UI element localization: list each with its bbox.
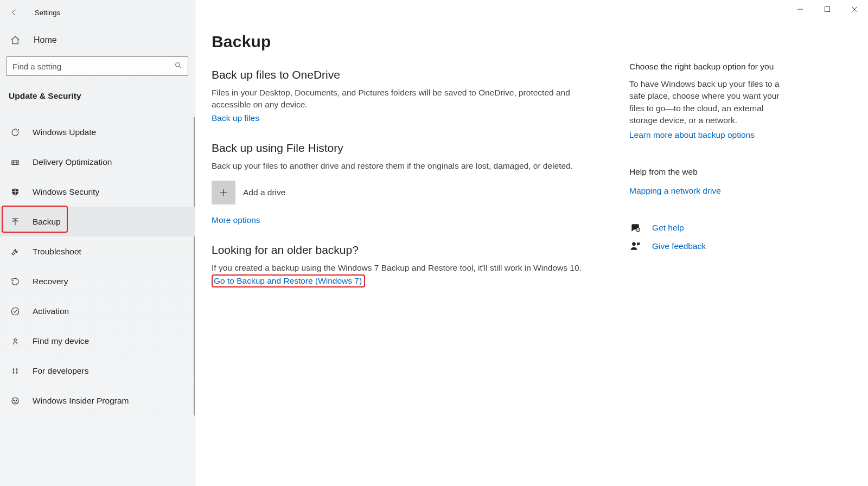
svg-point-10: [632, 242, 636, 246]
help-from-web-heading: Help from the web: [629, 166, 787, 178]
recovery-icon: [10, 276, 21, 287]
sidebar-home-label: Home: [34, 35, 57, 45]
sidebar-item-windows-security[interactable]: Windows Security: [0, 177, 195, 207]
give-feedback-row[interactable]: Give feedback: [629, 240, 787, 252]
feedback-icon: [629, 240, 641, 252]
learn-backup-options-link[interactable]: Learn more about backup options: [629, 130, 755, 140]
sidebar-item-activation[interactable]: Activation: [0, 296, 195, 326]
get-help-link[interactable]: Get help: [652, 223, 684, 233]
add-drive-label: Add a drive: [243, 188, 285, 197]
maximize-button[interactable]: [814, 0, 841, 18]
home-icon: [10, 35, 21, 46]
right-choose-heading: Choose the right backup option for you: [629, 61, 787, 73]
sidebar-item-backup[interactable]: Backup: [0, 207, 195, 236]
file-history-body: Back up your files to another drive and …: [212, 160, 591, 172]
refresh-icon: [10, 127, 21, 138]
sidebar-item-windows-update[interactable]: Windows Update: [0, 117, 195, 147]
close-button[interactable]: [841, 0, 868, 18]
search-input[interactable]: [12, 62, 174, 71]
search-box[interactable]: [7, 56, 188, 76]
sidebar-item-label: For developers: [33, 366, 88, 376]
main-content: Backup Back up files to OneDrive Files i…: [195, 0, 868, 486]
back-button[interactable]: [9, 7, 20, 18]
sidebar-item-label: Backup: [33, 217, 61, 227]
older-backup-heading: Looking for an older backup?: [212, 244, 591, 257]
svg-rect-1: [12, 161, 18, 165]
add-drive-button[interactable]: Add a drive: [212, 181, 285, 204]
sidebar-item-delivery-optimization[interactable]: Delivery Optimization: [0, 147, 195, 177]
svg-rect-7: [825, 7, 830, 12]
svg-point-4: [12, 398, 18, 404]
plus-icon: [212, 181, 235, 204]
window-controls: [787, 0, 868, 18]
svg-point-3: [14, 338, 17, 341]
check-icon: [10, 306, 21, 317]
backup-restore-win7-link[interactable]: Go to Backup and Restore (Windows 7): [214, 276, 362, 286]
sidebar-category: Update & Security: [0, 84, 195, 106]
svg-point-5: [14, 400, 15, 401]
onedrive-body: Files in your Desktop, Documents, and Pi…: [212, 87, 591, 111]
get-help-icon: ?: [629, 222, 641, 234]
sidebar-item-label: Windows Insider Program: [33, 396, 129, 406]
minimize-button[interactable]: [787, 0, 814, 18]
onedrive-heading: Back up files to OneDrive: [212, 68, 591, 81]
delivery-icon: [10, 157, 21, 168]
window-title: Settings: [35, 9, 60, 17]
shield-icon: [10, 187, 21, 197]
svg-point-2: [11, 308, 19, 315]
sidebar-item-label: Find my device: [33, 336, 89, 346]
backup-files-link[interactable]: Back up files: [212, 113, 259, 123]
mapping-network-drive-link[interactable]: Mapping a network drive: [629, 186, 721, 196]
more-options-link[interactable]: More options: [212, 215, 260, 225]
sidebar-item-label: Windows Update: [33, 127, 96, 137]
give-feedback-link[interactable]: Give feedback: [652, 241, 706, 251]
sidebar-header: Settings: [0, 0, 195, 25]
devtools-icon: [10, 366, 21, 376]
page-title: Backup: [212, 33, 591, 51]
sidebar-item-label: Activation: [33, 306, 69, 316]
sidebar-item-label: Troubleshoot: [33, 247, 81, 257]
sidebar-item-label: Windows Security: [33, 187, 99, 197]
right-column: Choose the right backup option for you T…: [629, 33, 787, 486]
sidebar: Settings Home Update & Security: [0, 0, 195, 486]
svg-text:?: ?: [637, 228, 639, 232]
file-history-heading: Back up using File History: [212, 142, 591, 155]
locate-icon: [10, 336, 21, 347]
sidebar-item-find-my-device[interactable]: Find my device: [0, 326, 195, 356]
backup-icon: [10, 216, 21, 227]
annotation-highlight-restore-link: Go to Backup and Restore (Windows 7): [212, 274, 365, 287]
svg-point-0: [176, 62, 180, 67]
sidebar-item-label: Delivery Optimization: [33, 157, 112, 167]
svg-point-6: [16, 400, 17, 401]
sidebar-item-label: Recovery: [33, 277, 68, 286]
main-column: Backup Back up files to OneDrive Files i…: [212, 33, 613, 486]
get-help-row[interactable]: ? Get help: [629, 222, 787, 234]
older-backup-body: If you created a backup using the Window…: [212, 262, 591, 274]
sidebar-home[interactable]: Home: [0, 25, 195, 51]
search-wrap: [0, 51, 195, 84]
wrench-icon: [10, 246, 21, 257]
search-icon: [174, 61, 182, 72]
sidebar-item-recovery[interactable]: Recovery: [0, 266, 195, 296]
settings-window: Settings Home Update & Security: [0, 0, 868, 486]
right-choose-body: To have Windows back up your files to a …: [629, 78, 787, 127]
sidebar-item-windows-insider[interactable]: Windows Insider Program: [0, 386, 195, 415]
sidebar-item-troubleshoot[interactable]: Troubleshoot: [0, 236, 195, 266]
sidebar-item-for-developers[interactable]: For developers: [0, 356, 195, 386]
insider-icon: [10, 395, 21, 406]
sidebar-nav: Windows Update Delivery Optimization Win…: [0, 117, 195, 415]
